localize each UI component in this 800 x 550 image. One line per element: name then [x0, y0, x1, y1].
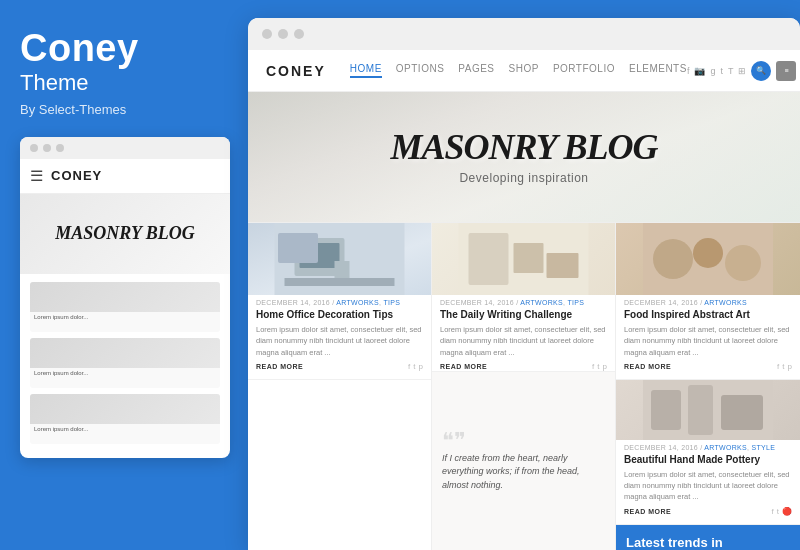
post-category-2a[interactable]: ARTWORKS	[520, 299, 563, 306]
latest-text: Latest trends in responsive web design	[626, 535, 790, 551]
post-category-2b[interactable]: TIPS	[567, 299, 584, 306]
left-panel: Coney Theme By Select-Themes ☰ CONEY MAS…	[0, 0, 248, 550]
share-pin-2[interactable]: p	[603, 362, 607, 371]
share-tw-1[interactable]: t	[413, 362, 415, 371]
post-title-4: Beautiful Hand Made Pottery	[616, 453, 800, 469]
post-social-1: f t p	[408, 362, 423, 371]
svg-point-11	[693, 238, 723, 268]
theme-title: Coney	[20, 28, 139, 70]
mini-card-img-3	[30, 394, 220, 424]
mini-card-text-1: Lorem ipsum dolor...	[30, 312, 220, 322]
nav-link-options[interactable]: OPTIONS	[396, 63, 445, 78]
share-pin-3[interactable]: p	[788, 362, 792, 371]
post-category-1a[interactable]: ARTWORKS	[336, 299, 379, 306]
blog-post-2: DECEMBER 14, 2016 / ARTWORKS, TIPS The D…	[432, 223, 615, 372]
read-more-4[interactable]: READ MORE	[624, 508, 671, 515]
svg-rect-2	[300, 243, 340, 268]
quote-card: ❝❞ If I create from the heart, nearly ev…	[432, 372, 615, 550]
post-social-3: f t p	[777, 362, 792, 371]
share-fb-2[interactable]: f	[592, 362, 594, 371]
post-meta-2: DECEMBER 14, 2016 / ARTWORKS, TIPS	[432, 295, 615, 308]
post-category-4b[interactable]: STYLE	[752, 444, 776, 451]
mini-dot-2	[43, 144, 51, 152]
post-footer-3: READ MORE f t p	[616, 362, 800, 371]
mini-hero: MASONRY BLOG	[20, 194, 230, 274]
menu-lines-icon: ≡	[784, 67, 788, 74]
site-nav: CONEY HOME OPTIONS PAGES SHOP PORTFOLIO …	[248, 50, 800, 92]
post-footer-4: READ MORE f t 🔴	[616, 507, 800, 516]
quote-marks: ❝❞	[442, 430, 605, 452]
svg-rect-16	[721, 395, 763, 430]
svg-rect-6	[469, 233, 509, 285]
tumblr-icon[interactable]: T	[728, 66, 734, 76]
post-social-4: f t 🔴	[772, 507, 792, 516]
quote-text: If I create from the heart, nearly every…	[442, 452, 605, 493]
rss-icon[interactable]: ⊞	[738, 66, 746, 76]
share-pin-1[interactable]: p	[419, 362, 423, 371]
blog-post-4: DECEMBER 14, 2016 / ARTWORKS, STYLE Beau…	[616, 380, 800, 525]
search-button[interactable]: 🔍	[751, 61, 771, 81]
blog-post-3: DECEMBER 14, 2016 / ARTWORKS Food Inspir…	[616, 223, 800, 380]
blog-col-1: DECEMBER 14, 2016 / ARTWORKS, TIPS Home …	[248, 223, 432, 550]
svg-rect-14	[651, 390, 681, 430]
read-more-2[interactable]: READ MORE	[440, 363, 487, 370]
site-hero: MASONRY BLOG Developing inspiration	[248, 92, 800, 222]
mini-card-img-2	[30, 338, 220, 368]
mini-card-text-3: Lorem ipsum dolor...	[30, 424, 220, 434]
read-more-3[interactable]: READ MORE	[624, 363, 671, 370]
share-tw-2[interactable]: t	[597, 362, 599, 371]
svg-point-10	[653, 239, 693, 279]
svg-rect-7	[514, 243, 544, 273]
post-meta-1: DECEMBER 14, 2016 / ARTWORKS, TIPS	[248, 295, 431, 308]
menu-icon[interactable]: ≡	[776, 61, 796, 81]
nav-link-elements[interactable]: ELEMENTS	[629, 63, 687, 78]
post-footer-1: READ MORE f t p	[248, 362, 431, 371]
mini-dot-1	[30, 144, 38, 152]
nav-link-shop[interactable]: SHOP	[509, 63, 539, 78]
blog-post-1: DECEMBER 14, 2016 / ARTWORKS, TIPS Home …	[248, 223, 431, 380]
read-more-1[interactable]: READ MORE	[256, 363, 303, 370]
nav-link-pages[interactable]: PAGES	[458, 63, 494, 78]
latest-card: Latest trends in responsive web design	[616, 525, 800, 551]
share-fb-4[interactable]: f	[772, 507, 774, 516]
svg-rect-4	[335, 261, 350, 278]
post-footer-2: READ MORE f t p	[432, 362, 615, 371]
blog-col-3: DECEMBER 14, 2016 / ARTWORKS Food Inspir…	[616, 223, 800, 550]
mini-nav: ☰ CONEY	[20, 159, 230, 194]
post-meta-3: DECEMBER 14, 2016 / ARTWORKS	[616, 295, 800, 308]
share-fb-1[interactable]: f	[408, 362, 410, 371]
google-icon[interactable]: g	[710, 66, 715, 76]
post-category-4a[interactable]: ARTWORKS	[704, 444, 747, 451]
facebook-icon[interactable]: f	[687, 66, 690, 76]
browser-dot-1	[262, 29, 272, 39]
right-panel: CONEY HOME OPTIONS PAGES SHOP PORTFOLIO …	[248, 18, 800, 550]
svg-rect-8	[547, 253, 579, 278]
mini-nav-title: CONEY	[51, 168, 102, 183]
nav-link-home[interactable]: HOME	[350, 63, 382, 78]
browser-dot-2	[278, 29, 288, 39]
nav-link-portfolio[interactable]: PORTFOLIO	[553, 63, 615, 78]
share-tw-4[interactable]: t	[777, 507, 779, 516]
browser-bar	[248, 18, 800, 50]
mini-card-1: Lorem ipsum dolor...	[30, 282, 220, 332]
post-image-2	[432, 223, 615, 295]
post-excerpt-3: Lorem ipsum dolor sit amet, consectetuer…	[616, 324, 800, 362]
browser-dot-3	[294, 29, 304, 39]
nav-links: HOME OPTIONS PAGES SHOP PORTFOLIO ELEMEN…	[350, 63, 687, 78]
post-image-3	[616, 223, 800, 295]
post-category-3a[interactable]: ARTWORKS	[704, 299, 747, 306]
share-tw-3[interactable]: t	[782, 362, 784, 371]
svg-rect-3	[285, 278, 395, 286]
twitter-icon[interactable]: t	[720, 66, 723, 76]
post-category-1b[interactable]: TIPS	[383, 299, 400, 306]
instagram-icon[interactable]: 📷	[694, 66, 705, 76]
post-title-2: The Daily Writing Challenge	[432, 308, 615, 324]
svg-rect-15	[688, 385, 713, 435]
hero-title: MASONRY BLOG	[390, 129, 657, 165]
post-excerpt-1: Lorem ipsum dolor sit amet, consectetuer…	[248, 324, 431, 362]
share-pin-4[interactable]: 🔴	[782, 507, 792, 516]
search-icon: 🔍	[756, 66, 766, 75]
hero-subtitle: Developing inspiration	[459, 171, 588, 185]
mini-card-2: Lorem ipsum dolor...	[30, 338, 220, 388]
share-fb-3[interactable]: f	[777, 362, 779, 371]
